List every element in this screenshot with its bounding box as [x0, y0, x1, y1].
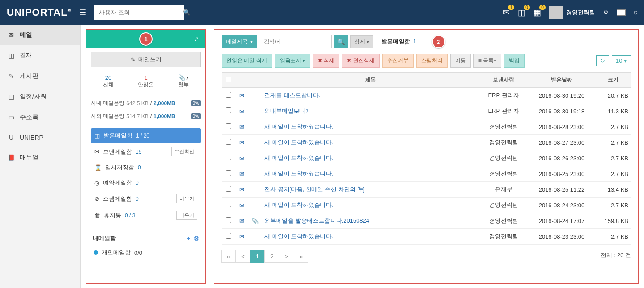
mail-read-icon: ✉ — [239, 186, 244, 193]
folder-item[interactable]: 🗑휴지통 0 / 3비우기 — [91, 207, 201, 224]
folder-action-button[interactable]: 수신확인 — [171, 147, 197, 156]
nav-item-3[interactable]: ▦일정/자원 — [0, 86, 80, 107]
list-button[interactable]: ≡ 목록▾ — [473, 54, 501, 68]
folder-action-button[interactable]: 비우기 — [176, 211, 197, 220]
row-checkbox[interactable] — [226, 155, 231, 160]
my-folder-item[interactable]: 개인메일함 0/0 — [91, 245, 201, 260]
nav-item-2[interactable]: ✎게시판 — [0, 66, 80, 86]
delete-button[interactable]: ✖ 삭제 — [313, 54, 339, 68]
search-type-select[interactable]: 메일제목 ▾ — [222, 35, 257, 48]
row-subject[interactable]: 새 메일이 도착하였습니다. — [262, 135, 479, 150]
menu-toggle-icon[interactable]: ☰ — [79, 8, 86, 17]
row-subject[interactable]: 새 메일이 도착하였습니다. — [262, 198, 479, 213]
row-size: 2.7 KB — [595, 135, 631, 150]
folder-name: 보낸메일함 — [103, 148, 132, 156]
table-row[interactable]: ✉ 새 메일이 도착하였습니다. 경영전략팀 2016-08-28 23:00 … — [222, 119, 631, 135]
page-link[interactable]: 1 — [250, 250, 265, 263]
row-subject[interactable]: 외내부메일보내기 — [262, 103, 479, 119]
approval-notif-icon[interactable]: ◫0 — [518, 8, 525, 17]
row-subject[interactable]: 새 메일이 도착하였습니다. — [262, 166, 479, 182]
table-row[interactable]: ✉ 새 메일이 도착하였습니다. 경영전략팀 2016-08-23 23:00 … — [222, 229, 631, 245]
folder-count: 0 — [136, 180, 139, 186]
folder-settings-icon[interactable]: ⚙ — [194, 235, 199, 242]
schedule-notif-icon[interactable]: ▦0 — [533, 8, 541, 17]
logout-icon[interactable]: ⎋ — [634, 9, 637, 16]
row-checkbox[interactable] — [226, 107, 231, 113]
row-subject[interactable]: 외부메일을 발송테스트합니다.20160824 — [262, 213, 479, 229]
page-link[interactable]: > — [279, 250, 294, 263]
row-subject[interactable]: 새 메일이 도착하였습니다. — [262, 229, 479, 245]
folder-item[interactable]: ◷예약메일함 0 — [91, 175, 201, 190]
row-checkbox[interactable] — [226, 123, 231, 129]
gear-icon[interactable]: ⚙ — [603, 9, 609, 16]
table-row[interactable]: ✉ 전사 공지[다음, 한메일 수신 차단의 件] 유재부 2016-08-25… — [222, 182, 631, 198]
user-search-input[interactable] — [94, 9, 179, 16]
detail-search-button[interactable]: 상세 ▾ — [350, 35, 373, 48]
folder-item[interactable]: ◫받은메일함 1 / 20 — [91, 128, 201, 143]
table-row[interactable]: ✉ 새 메일이 도착하였습니다. 경영전략팀 2016-08-27 23:00 … — [222, 135, 631, 150]
table-row[interactable]: ✉ 📎 외부메일을 발송테스트합니다.20160824 경영전략팀 2016-0… — [222, 213, 631, 229]
edit-icon: ✎ — [131, 56, 136, 63]
delete-unread-button[interactable]: 안읽은 메일 삭제 — [222, 54, 272, 68]
row-subject[interactable]: 결재를 테스트합니다. — [262, 88, 479, 103]
stat-total[interactable]: 20전체 — [103, 74, 114, 89]
nav-item-4[interactable]: ▭주소록 — [0, 107, 80, 128]
page-link[interactable]: » — [294, 250, 308, 263]
user-search: 🔍 — [94, 5, 184, 20]
row-checkbox[interactable] — [226, 217, 231, 223]
row-checkbox[interactable] — [226, 202, 231, 207]
folder-item[interactable]: ⊘스팸메일함 0비우기 — [91, 190, 201, 207]
nav-item-0[interactable]: ✉메일 — [0, 25, 80, 45]
spam-button[interactable]: 스팸처리 — [416, 54, 448, 68]
table-row[interactable]: ✉ 새 메일이 도착하였습니다. 경영전략팀 2016-08-26 23:00 … — [222, 150, 631, 166]
pagesize-select[interactable]: 10 ▾ — [612, 55, 631, 66]
table-row[interactable]: ✉ 결재를 테스트합니다. ERP 관리자 2016-08-30 19:20 2… — [222, 88, 631, 103]
row-checkbox[interactable] — [226, 92, 231, 98]
page-link[interactable]: < — [235, 250, 251, 263]
user-box[interactable]: 경영전략팀 — [549, 6, 595, 19]
flag-icon[interactable] — [617, 9, 626, 16]
compose-button[interactable]: ✎ 메일쓰기 — [91, 52, 201, 67]
add-folder-icon[interactable]: + — [187, 235, 190, 242]
left-nav: ✉메일◫결재✎게시판▦일정/자원▭주소록UUNIERP📕매뉴얼 — [0, 25, 81, 288]
mail-stats: 20전체 1안읽음 📎7첨부 — [91, 74, 201, 89]
row-subject[interactable]: 새 메일이 도착하였습니다. — [262, 119, 479, 135]
row-checkbox[interactable] — [226, 186, 231, 192]
row-date: 2016-08-24 17:07 — [528, 213, 595, 229]
mark-read-button[interactable]: 읽음표시 ▾ — [275, 54, 310, 68]
table-row[interactable]: ✉ 새 메일이 도착하였습니다. 경영전략팀 2016-08-24 23:00 … — [222, 198, 631, 213]
select-all-checkbox[interactable] — [226, 77, 231, 82]
row-subject[interactable]: 전사 공지[다음, 한메일 수신 차단의 件] — [262, 182, 479, 198]
nav-item-1[interactable]: ◫결재 — [0, 45, 80, 66]
stat-unread[interactable]: 1안읽음 — [138, 74, 154, 89]
mail-search-button[interactable]: 🔍 — [334, 35, 348, 48]
nav-item-5[interactable]: UUNIERP — [0, 128, 80, 147]
nav-item-6[interactable]: 📕매뉴얼 — [0, 147, 80, 168]
backup-button[interactable]: 백업 — [504, 54, 525, 68]
page-link[interactable]: « — [221, 250, 236, 263]
row-checkbox[interactable] — [226, 139, 231, 145]
nav-icon: ◫ — [7, 52, 15, 59]
delete-perm-button[interactable]: ✖ 완전삭제 — [342, 54, 379, 68]
search-icon[interactable]: 🔍 — [179, 9, 195, 16]
folder-item[interactable]: ⌛임시저장함 0 — [91, 160, 201, 175]
folder-item[interactable]: ✉보낸메일함 15수신확인 — [91, 143, 201, 160]
row-checkbox[interactable] — [226, 170, 231, 176]
table-row[interactable]: ✉ 외내부메일보내기 ERP 관리자 2016-08-30 19:18 11.3… — [222, 103, 631, 119]
row-size: 2.7 KB — [595, 119, 631, 135]
expand-icon[interactable]: ⤢ — [194, 35, 199, 43]
page-link[interactable]: 2 — [264, 250, 279, 263]
reject-button[interactable]: 수신거부 — [382, 54, 414, 68]
stat-attach[interactable]: 📎7첨부 — [178, 74, 189, 89]
mail-notif-icon[interactable]: ✉1 — [503, 8, 510, 17]
refresh-button[interactable]: ↻ — [596, 55, 609, 66]
row-sender: 경영전략팀 — [479, 198, 528, 213]
nav-label: 매뉴얼 — [20, 154, 38, 162]
mail-search-input[interactable] — [260, 35, 332, 48]
row-subject[interactable]: 새 메일이 도착하였습니다. — [262, 150, 479, 166]
folder-action-button[interactable]: 비우기 — [176, 194, 197, 203]
move-button[interactable]: 이동 — [450, 54, 471, 68]
row-checkbox[interactable] — [226, 233, 231, 239]
table-row[interactable]: ✉ 새 메일이 도착하였습니다. 경영전략팀 2016-08-25 23:00 … — [222, 166, 631, 182]
search-row: 메일제목 ▾ 🔍 상세 ▾ 받은메일함1 2 — [222, 35, 631, 48]
